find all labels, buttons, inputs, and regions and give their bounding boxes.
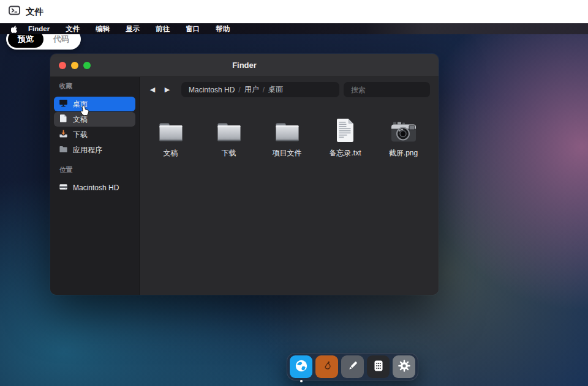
app-header: 文件: [0, 0, 588, 23]
file-item-documents-folder[interactable]: 文稿: [141, 118, 200, 158]
breadcrumb-desktop[interactable]: 桌面: [268, 84, 283, 95]
mac-menu-bar: Finder 文件 编辑 显示 前往 窗口 帮助: [0, 23, 588, 34]
menu-item-help[interactable]: 帮助: [216, 24, 230, 34]
search-input[interactable]: [344, 82, 430, 97]
file-name: 项目文件: [273, 148, 302, 158]
dock-item-design-app[interactable]: [315, 355, 338, 378]
tab-preview[interactable]: 预览: [8, 34, 43, 48]
finder-toolbar: ◀ ▶ Macintosh HD / 用户 / 桌面: [140, 77, 439, 97]
file-window-icon: [9, 6, 20, 18]
menu-item-file[interactable]: 文件: [66, 24, 80, 34]
file-name: 文稿: [164, 148, 178, 158]
file-name: 备忘录.txt: [329, 148, 361, 158]
download-tray-icon: [59, 129, 68, 140]
apple-icon[interactable]: [11, 24, 18, 33]
sidebar-item-label: 下载: [73, 130, 88, 140]
dock: [287, 353, 418, 380]
file-item-project-folder[interactable]: 项目文件: [258, 118, 316, 158]
dock-item-settings[interactable]: [393, 355, 415, 378]
window-titlebar[interactable]: Finder: [50, 54, 439, 77]
menu-item-view[interactable]: 显示: [126, 24, 140, 34]
dock-item-launcher[interactable]: [367, 355, 390, 378]
grid-icon: [372, 359, 385, 374]
file-item-memo-txt[interactable]: 备忘录.txt: [316, 118, 374, 158]
sidebar-item-label: Macintosh HD: [73, 184, 119, 192]
folder-icon: [275, 118, 300, 143]
breadcrumb-separator: /: [263, 86, 265, 94]
page-title: 文件: [26, 6, 43, 18]
menu-item-go[interactable]: 前往: [156, 24, 170, 34]
globe-icon: [295, 359, 308, 374]
dock-item-editor[interactable]: [341, 355, 364, 378]
desktop-icon: [59, 98, 68, 109]
finder-content: ◀ ▶ Macintosh HD / 用户 / 桌面: [139, 77, 439, 295]
breadcrumb-users[interactable]: 用户: [244, 84, 259, 95]
sidebar-item-label: 应用程序: [73, 145, 102, 155]
dock-item-browser[interactable]: [290, 355, 312, 378]
window-title: Finder: [232, 61, 257, 70]
breadcrumb-separator: /: [238, 86, 240, 94]
menu-item-window[interactable]: 窗口: [186, 24, 200, 34]
active-indicator-dot: [300, 380, 303, 382]
sidebar-item-macintosh-hd[interactable]: Macintosh HD: [54, 180, 135, 195]
zoom-button[interactable]: [83, 62, 91, 69]
menu-item-edit[interactable]: 编辑: [96, 24, 110, 34]
folder-icon: [159, 118, 183, 143]
camera-file-icon: [391, 118, 417, 143]
desktop-wallpaper: 预览 代码 Finder 收藏 桌面: [0, 34, 588, 386]
document-icon: [59, 114, 68, 125]
back-button[interactable]: ◀: [148, 86, 157, 94]
forward-button[interactable]: ▶: [162, 86, 172, 94]
sidebar-section-favorites: 收藏: [59, 82, 135, 91]
hard-drive-icon: [59, 182, 68, 193]
sidebar-item-documents[interactable]: 文稿: [54, 112, 135, 127]
text-file-icon: [336, 118, 355, 143]
sidebar-item-label: 桌面: [73, 99, 88, 109]
minimize-button[interactable]: [71, 62, 78, 69]
sidebar-item-applications[interactable]: 应用程序: [54, 143, 135, 157]
traffic-lights: [59, 62, 91, 69]
finder-sidebar: 收藏 桌面 文稿 下载: [50, 77, 139, 295]
breadcrumb[interactable]: Macintosh HD / 用户 / 桌面: [181, 82, 339, 97]
file-name: 截屏.png: [389, 148, 418, 158]
menu-item-finder[interactable]: Finder: [28, 25, 50, 32]
sidebar-item-desktop[interactable]: 桌面: [54, 97, 135, 111]
finder-window: Finder 收藏 桌面 文稿: [50, 54, 439, 295]
file-item-downloads-folder[interactable]: 下载: [200, 118, 258, 158]
file-name: 下载: [222, 148, 236, 158]
pencil-icon: [346, 359, 360, 374]
sketch-glyph-icon: [320, 359, 334, 374]
view-mode-toggle: 预览 代码: [6, 34, 81, 50]
folder-icon: [217, 118, 241, 143]
sidebar-item-label: 文稿: [73, 114, 88, 125]
breadcrumb-root[interactable]: Macintosh HD: [189, 86, 235, 94]
gear-icon: [398, 359, 411, 374]
file-item-screenshot-png[interactable]: 截屏.png: [374, 118, 432, 158]
sidebar-section-locations: 位置: [59, 166, 135, 174]
tab-code[interactable]: 代码: [43, 34, 79, 48]
folder-icon: [59, 144, 68, 155]
file-grid: 文稿 下载 项目文件: [140, 97, 439, 158]
sidebar-item-downloads[interactable]: 下载: [54, 127, 135, 142]
close-button[interactable]: [59, 62, 66, 69]
